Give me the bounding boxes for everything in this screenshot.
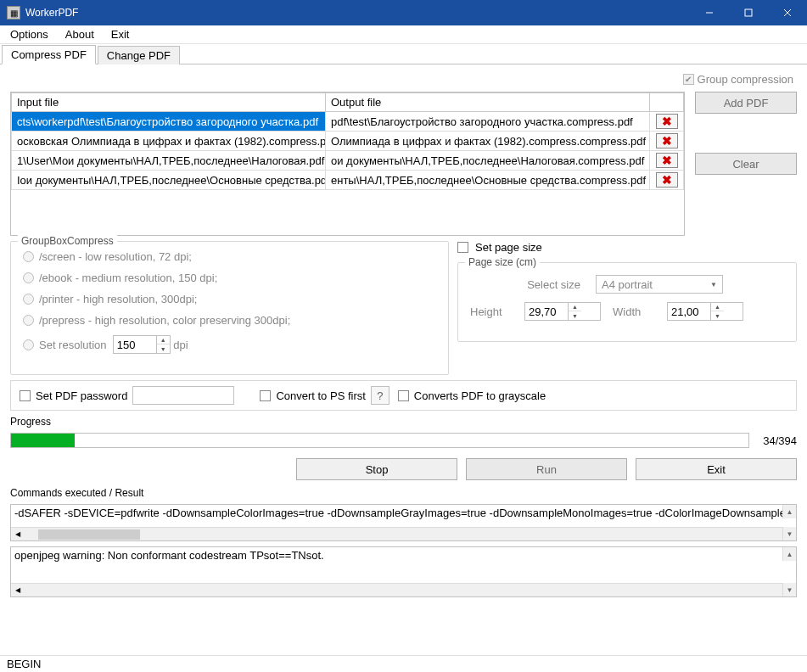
group-compression-label: Group compression — [698, 73, 793, 86]
scroll-up-icon[interactable]: ▲ — [782, 547, 796, 561]
scroll-down-icon[interactable]: ▼ — [782, 527, 796, 540]
scroll-left-icon[interactable]: ◀ — [11, 530, 25, 538]
spin-up-icon[interactable]: ▲ — [157, 336, 170, 344]
col-output[interactable]: Output file — [326, 93, 650, 112]
cell-output[interactable]: енты\НАЛ,ТРЕБ,последнее\Основные средств… — [326, 171, 650, 190]
set-pdf-password-checkbox[interactable] — [20, 390, 31, 401]
convert-ps-checkbox[interactable] — [260, 390, 271, 401]
menu-options[interactable]: Options — [3, 26, 55, 42]
col-delete — [650, 93, 684, 112]
app-icon: ▦ — [7, 6, 20, 20]
clear-button[interactable]: Clear — [695, 153, 797, 175]
convert-ps-label: Convert to PS first — [276, 389, 365, 402]
h-scrollbar[interactable]: ◀ — [11, 527, 782, 540]
title-bar: ▦ WorkerPDF — [0, 0, 807, 25]
status-text: BEGIN — [7, 658, 41, 670]
radio-setres[interactable] — [23, 339, 34, 350]
progress-label: Progress — [10, 416, 797, 428]
menu-about[interactable]: About — [59, 26, 101, 42]
menu-bar: Options About Exit — [0, 25, 807, 44]
cell-output[interactable]: ои документы\НАЛ,ТРЕБ,последнее\Налогова… — [326, 151, 650, 171]
col-input[interactable]: Input file — [12, 93, 326, 112]
radio-prepress[interactable] — [23, 315, 34, 326]
label-screen: /screen - low resolution, 72 dpi; — [39, 250, 192, 263]
cell-input[interactable]: осковская Олимпиада в цифрах и фактах (1… — [12, 132, 326, 151]
table-row[interactable]: осковская Олимпиада в цифрах и фактах (1… — [12, 132, 684, 151]
page-size-select[interactable]: A4 portrait ▼ — [596, 275, 723, 294]
groupbox-compress-legend: GroupBoxCompress — [18, 235, 117, 247]
height-label: Height — [470, 305, 513, 318]
grayscale-checkbox[interactable] — [398, 390, 409, 401]
page-size-value: A4 portrait — [602, 278, 653, 291]
spin-down-icon[interactable]: ▼ — [711, 311, 724, 320]
commands-label: Commands executed / Result — [10, 487, 797, 499]
label-prepress: /prepress - high resolution, color prese… — [39, 314, 290, 327]
height-input[interactable] — [525, 304, 568, 320]
convert-ps-help-button[interactable]: ? — [371, 386, 389, 405]
groupbox-compress: GroupBoxCompress /screen - low resolutio… — [10, 241, 449, 375]
file-table[interactable]: Input file Output file cts\workerpdf\tes… — [10, 92, 685, 236]
tab-change[interactable]: Change PDF — [98, 46, 180, 64]
window-title: WorkerPDF — [25, 7, 690, 19]
width-input[interactable] — [668, 304, 710, 320]
minimize-button[interactable] — [690, 0, 729, 25]
tab-strip: Compress PDF Change PDF — [0, 44, 807, 64]
spin-up-icon[interactable]: ▲ — [711, 303, 724, 311]
radio-ebook[interactable] — [23, 272, 34, 283]
spin-down-icon[interactable]: ▼ — [157, 344, 170, 353]
close-button[interactable] — [768, 0, 807, 25]
width-spinner[interactable]: ▲▼ — [667, 302, 743, 321]
table-row[interactable]: 1\User\Мои документы\НАЛ,ТРЕБ,последнее\… — [12, 151, 684, 171]
progress-fill — [11, 434, 75, 447]
delete-row-button[interactable]: ✖ — [656, 172, 678, 188]
radio-screen[interactable] — [23, 251, 34, 262]
svg-rect-1 — [745, 9, 752, 16]
result-textbox[interactable]: openjpeg warning: Non conformant codestr… — [10, 546, 797, 597]
result-text: openjpeg warning: Non conformant codestr… — [11, 547, 796, 563]
scroll-up-icon[interactable]: ▲ — [782, 505, 796, 518]
table-row[interactable]: Іои документы\НАЛ,ТРЕБ,последнее\Основны… — [12, 171, 684, 190]
options-row: Set PDF password Convert to PS first ? C… — [10, 380, 797, 411]
delete-row-button[interactable]: ✖ — [656, 133, 678, 148]
set-pdf-password-label: Set PDF password — [36, 389, 127, 402]
exit-button[interactable]: Exit — [636, 458, 797, 480]
label-setres: Set resolution — [39, 339, 107, 351]
cell-output[interactable]: pdf\test\Благоустройство загородного уча… — [326, 112, 650, 132]
cell-input[interactable]: Іои документы\НАЛ,ТРЕБ,последнее\Основны… — [12, 171, 326, 190]
radio-printer[interactable] — [23, 294, 34, 305]
tab-compress[interactable]: Compress PDF — [2, 45, 96, 64]
group-compression-checkbox[interactable] — [683, 74, 694, 85]
grayscale-label: Converts PDF to grayscale — [414, 389, 546, 402]
progress-bar — [10, 433, 749, 448]
resolution-input[interactable] — [114, 337, 156, 353]
commands-textbox[interactable]: -dSAFER -sDEVICE=pdfwrite -dDownsampleCo… — [10, 504, 797, 541]
scroll-left-icon[interactable]: ◀ — [11, 586, 25, 594]
resolution-spinner[interactable]: ▲▼ — [113, 335, 171, 354]
maximize-button[interactable] — [729, 0, 768, 25]
status-bar: BEGIN — [0, 655, 807, 672]
table-row[interactable]: cts\workerpdf\test\Благоустройство загор… — [12, 112, 684, 132]
progress-text: 34/394 — [763, 434, 797, 447]
delete-row-button[interactable]: ✖ — [656, 153, 678, 168]
menu-exit[interactable]: Exit — [104, 26, 137, 42]
delete-row-button[interactable]: ✖ — [656, 114, 678, 129]
spin-down-icon[interactable]: ▼ — [569, 311, 581, 320]
groupbox-pagesize: Page size (cm) Select size A4 portrait ▼… — [457, 262, 797, 342]
h-scrollbar[interactable]: ◀ — [11, 583, 782, 596]
commands-text: -dSAFER -sDEVICE=pdfwrite -dDownsampleCo… — [11, 505, 796, 521]
select-size-label: Select size — [470, 278, 580, 291]
cell-output[interactable]: Олимпиада в цифрах и фактах (1982).compr… — [326, 132, 650, 151]
height-spinner[interactable]: ▲▼ — [524, 302, 601, 321]
chevron-down-icon: ▼ — [710, 281, 717, 288]
cell-input[interactable]: 1\User\Мои документы\НАЛ,ТРЕБ,последнее\… — [12, 151, 326, 171]
cell-input[interactable]: cts\workerpdf\test\Благоустройство загор… — [12, 112, 326, 132]
label-printer: /printer - high resolution, 300dpi; — [39, 293, 197, 305]
set-page-size-label: Set page size — [475, 241, 542, 254]
stop-button[interactable]: Stop — [296, 458, 457, 480]
pdf-password-input[interactable] — [132, 386, 234, 405]
spin-up-icon[interactable]: ▲ — [569, 303, 581, 311]
run-button[interactable]: Run — [466, 458, 627, 480]
scroll-down-icon[interactable]: ▼ — [782, 583, 796, 596]
set-page-size-checkbox[interactable] — [457, 242, 468, 253]
add-pdf-button[interactable]: Add PDF — [695, 92, 797, 114]
